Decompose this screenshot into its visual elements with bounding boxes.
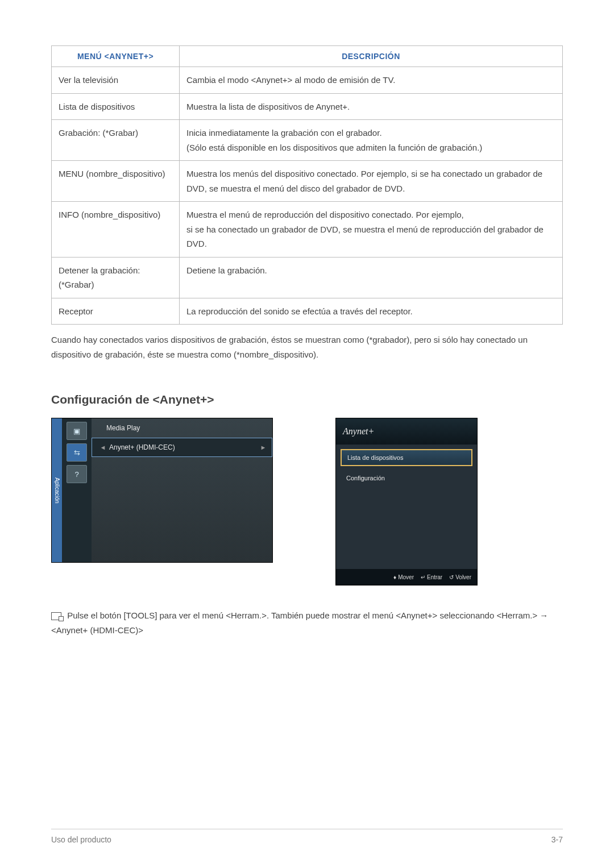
menu-row-media-play: Media Play xyxy=(92,418,272,438)
menu-label: Media Play xyxy=(106,424,140,432)
media-play-icon: ▣ xyxy=(67,422,87,440)
cell-desc: La reproducción del sonido se efectúa a … xyxy=(180,298,563,325)
sidebar-label: Aplicación xyxy=(52,418,62,562)
th-menu: MENÚ <ANYNET+> xyxy=(52,46,180,67)
screenshot-row: Aplicación ▣ ⇆ ? Media Play ◄ Anynet+ (H… xyxy=(51,418,563,585)
table-footnote: Cuando hay conectados varios dispositivo… xyxy=(51,333,563,362)
screenshot-anynet-menu: Anynet+ Lista de dispositivos Configurac… xyxy=(335,418,478,585)
table-row: MENU (nombre_dispositivo) Muestra los me… xyxy=(52,161,563,202)
cell-menu: INFO (nombre_dispositivo) xyxy=(52,202,180,258)
tip-text: Pulse el botón [TOOLS] para ver el menú … xyxy=(51,610,548,635)
cell-desc: Detiene la grabación. xyxy=(180,257,563,298)
anynet-logo: Anynet+ xyxy=(336,418,477,445)
menu-item-config: Configuración xyxy=(341,470,472,487)
cell-menu: MENU (nombre_dispositivo) xyxy=(52,161,180,202)
tools-icon xyxy=(51,612,63,620)
section-heading: Configuración de <Anynet+> xyxy=(51,393,563,406)
screenshot-app-menu: Aplicación ▣ ⇆ ? Media Play ◄ Anynet+ (H… xyxy=(51,418,273,563)
cell-menu: Receptor xyxy=(52,298,180,325)
footer-left: Uso del producto xyxy=(51,835,111,844)
updown-icon: ♦ xyxy=(393,574,396,580)
help-icon: ? xyxy=(67,465,87,483)
menu-content: Media Play ◄ Anynet+ (HDMI-CEC) ► xyxy=(92,418,272,562)
return-icon: ↺ xyxy=(449,574,454,580)
table-row: Grabación: (*Grabar) Inicia inmediatamen… xyxy=(52,120,563,161)
anynet-menu-table: MENÚ <ANYNET+> DESCRIPCIÓN Ver la televi… xyxy=(51,45,563,325)
menu-label: Anynet+ (HDMI-CEC) xyxy=(107,443,259,451)
table-row: Ver la televisión Cambia el modo <Anynet… xyxy=(52,67,563,94)
table-row: INFO (nombre_dispositivo) Muestra el men… xyxy=(52,202,563,258)
tools-tip: Pulse el botón [TOOLS] para ver el menú … xyxy=(51,608,563,637)
menu-item-device-list: Lista de dispositivos xyxy=(341,449,472,466)
anynet-body: Lista de dispositivos Configuración xyxy=(336,445,477,569)
cell-menu: Ver la televisión xyxy=(52,67,180,94)
cell-menu: Detener la grabación: (*Grabar) xyxy=(52,257,180,298)
cell-desc: Inicia inmediatamente la grabación con e… xyxy=(180,120,563,161)
table-row: Detener la grabación: (*Grabar) Detiene … xyxy=(52,257,563,298)
cell-desc: Muestra los menús del dispositivo conect… xyxy=(180,161,563,202)
cell-desc: Muestra el menú de reproducción del disp… xyxy=(180,202,563,258)
footer-enter: ↵ Entrar xyxy=(421,574,442,580)
sidebar-icons: ▣ ⇆ ? xyxy=(62,418,92,562)
menu-row-anynet: ◄ Anynet+ (HDMI-CEC) ► xyxy=(92,438,272,457)
cell-desc: Cambia el modo <Anynet+> al modo de emis… xyxy=(180,67,563,94)
anynet-footer: ♦ Mover ↵ Entrar ↺ Volver xyxy=(336,569,477,585)
chevron-left-icon: ◄ xyxy=(99,444,107,451)
footer-right: 3-7 xyxy=(551,835,563,844)
footer-return: ↺ Volver xyxy=(449,574,471,580)
anynet-icon: ⇆ xyxy=(67,443,87,462)
footer-move: ♦ Mover xyxy=(393,574,414,580)
page-footer: Uso del producto 3-7 xyxy=(51,829,563,844)
cell-menu: Grabación: (*Grabar) xyxy=(52,120,180,161)
table-row: Lista de dispositivos Muestra la lista d… xyxy=(52,93,563,120)
th-desc: DESCRIPCIÓN xyxy=(180,46,563,67)
cell-menu: Lista de dispositivos xyxy=(52,93,180,120)
chevron-right-icon: ► xyxy=(259,444,267,451)
cell-desc: Muestra la lista de dispositivos de Anyn… xyxy=(180,93,563,120)
enter-icon: ↵ xyxy=(421,574,425,580)
table-row: Receptor La reproducción del sonido se e… xyxy=(52,298,563,325)
